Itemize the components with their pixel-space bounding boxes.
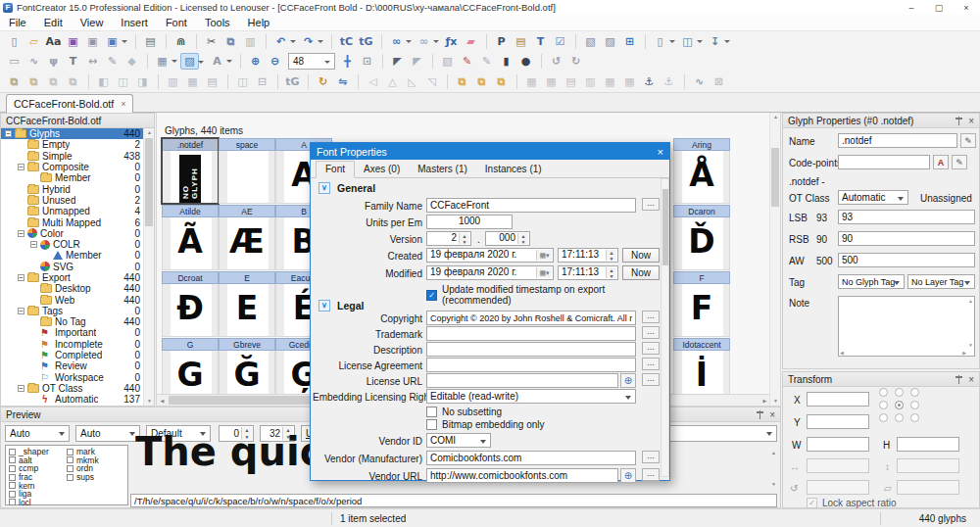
fill-mode-icon[interactable]: A xyxy=(208,53,226,70)
license-url-input[interactable] xyxy=(426,373,618,388)
legal-row-input[interactable] xyxy=(426,342,636,357)
anchor-mid-right[interactable] xyxy=(910,401,919,409)
copy-c-icon[interactable]: tC xyxy=(337,33,356,50)
Dcroat[interactable]: Dcroat Đ xyxy=(162,271,219,337)
select-rect-icon[interactable]: ▭ xyxy=(5,53,24,70)
pin-icon[interactable] xyxy=(956,375,962,384)
anchor-top-center[interactable] xyxy=(895,388,904,397)
copy-g-icon[interactable]: tG xyxy=(357,33,375,50)
fx-icon[interactable]: ƒx xyxy=(442,33,461,50)
version-major-spinner[interactable]: 2▲▼ xyxy=(426,231,471,246)
feature-checkbox[interactable] xyxy=(9,474,16,481)
tree-item-color[interactable]: − Color 0 xyxy=(1,228,143,239)
tree-item-important[interactable]: Important 0 xyxy=(1,327,143,338)
dialog-close-icon[interactable]: × xyxy=(658,146,663,158)
tree-item-desktop[interactable]: Desktop 440 xyxy=(1,283,143,294)
tree-item-unused[interactable]: Unused 2 xyxy=(1,195,143,206)
intersect-icon[interactable]: ⧉ xyxy=(472,73,491,90)
tree-item-no-tag[interactable]: No Tag 440 xyxy=(1,316,143,327)
save-copy-icon[interactable]: ▣ xyxy=(83,33,102,50)
vendor-input[interactable] xyxy=(426,451,636,465)
no-subsetting-checkbox[interactable]: No subsetting xyxy=(426,407,502,417)
legal-more-button[interactable]: ... xyxy=(642,311,660,323)
tree-item-review[interactable]: Review 0 xyxy=(1,360,143,371)
menu-item[interactable]: Insert xyxy=(112,15,157,30)
save-all-icon[interactable]: ▣ xyxy=(103,33,122,50)
grid-b-icon[interactable]: ▦ xyxy=(542,73,561,90)
family-name-input[interactable] xyxy=(426,198,636,213)
image-mode-icon[interactable]: ▦ xyxy=(153,53,172,70)
vendor-id-dropdown[interactable]: COMI xyxy=(426,433,491,448)
ellipse-tool-icon[interactable]: ● xyxy=(516,53,535,70)
vendor-url-input[interactable] xyxy=(426,468,618,483)
glyph-sequence-input[interactable] xyxy=(130,494,777,507)
measure-icon[interactable]: ↔ xyxy=(83,53,102,70)
tree-item-tags[interactable]: − Tags 0 xyxy=(1,306,143,316)
feature-checkbox[interactable] xyxy=(9,491,16,498)
menu-item[interactable]: View xyxy=(72,15,113,30)
tree-item-empty[interactable]: Empty 2 xyxy=(1,139,143,150)
tab-close-icon[interactable]: × xyxy=(121,99,125,109)
transform-rotate-input[interactable] xyxy=(807,480,869,495)
rect-tool-icon[interactable]: ▮ xyxy=(497,53,515,70)
feature-checkbox[interactable] xyxy=(9,456,16,463)
anchor-top-left[interactable] xyxy=(879,388,888,397)
select-curve-icon[interactable]: ∿ xyxy=(24,53,43,70)
feature-checkbox[interactable] xyxy=(9,499,16,505)
anchor-center[interactable] xyxy=(895,401,904,409)
save-font-icon[interactable]: ▣ xyxy=(64,33,82,50)
expand-icon[interactable]: − xyxy=(18,308,24,314)
tree-item-workspace[interactable]: Workspace 0 xyxy=(1,372,143,383)
rsb-input[interactable] xyxy=(838,231,975,246)
pan-icon[interactable]: ψ xyxy=(44,53,63,70)
fill-icon[interactable]: ◆ xyxy=(122,53,141,70)
flip-icon[interactable]: ⇋ xyxy=(333,73,352,90)
AE[interactable]: AE Æ xyxy=(219,205,275,270)
contour-mode-icon[interactable]: ▨ xyxy=(180,53,199,70)
created-now-button[interactable]: Now xyxy=(622,248,660,263)
anchor-bottom-center[interactable] xyxy=(895,413,904,422)
license-url-more-button[interactable]: ... xyxy=(642,373,660,386)
pencil-icon[interactable]: ✎ xyxy=(103,53,122,70)
tree-item-composite-member[interactable]: Member 0 xyxy=(1,172,143,183)
tree-item-incomplete[interactable]: Incomplete 0 xyxy=(1,339,143,350)
.notdef[interactable]: .notdef NO GLYPH xyxy=(162,138,219,204)
image-icon[interactable]: ▧ xyxy=(438,53,457,70)
export-icon[interactable]: ↧ xyxy=(706,33,724,50)
expand-icon[interactable]: − xyxy=(18,164,24,170)
globe-icon[interactable]: ⊕ xyxy=(620,373,636,388)
tree-item-svg[interactable]: SVG 0 xyxy=(1,262,143,272)
transform-x-input[interactable] xyxy=(807,392,869,407)
find-glyph-icon[interactable]: ▧ xyxy=(581,33,600,50)
center-v-icon[interactable]: ⊟ xyxy=(253,73,271,90)
transform-w-input[interactable] xyxy=(807,437,869,452)
anchor-bottom-left[interactable] xyxy=(879,413,888,422)
maximize-button[interactable]: ▢ xyxy=(925,0,953,15)
align-left-icon[interactable]: ◧ xyxy=(94,73,113,90)
copy-comp-icon[interactable]: ⧉ xyxy=(44,73,63,90)
grid-cols-icon[interactable]: ▥ xyxy=(581,73,600,90)
anchor-mid-left[interactable] xyxy=(879,401,888,409)
ot-class-dropdown[interactable]: Automatic xyxy=(838,190,908,205)
eraser-icon[interactable]: ▰ xyxy=(462,33,480,50)
grid-lock-icon[interactable]: ▦ xyxy=(601,73,619,90)
anchor-bottom-right[interactable] xyxy=(910,413,919,422)
open-font-icon[interactable]: ▱ xyxy=(24,33,43,50)
unlink-icon[interactable]: ∞ xyxy=(415,33,433,50)
Atilde[interactable]: Atilde Ã xyxy=(162,205,219,270)
preview-scroll-up-icon[interactable]: ▲ xyxy=(768,449,779,457)
glyph-info-icon[interactable]: ▨ xyxy=(601,33,619,50)
transform-w2-input[interactable] xyxy=(807,458,869,473)
space[interactable]: space xyxy=(219,138,275,204)
next-glyph-icon[interactable]: ↻ xyxy=(566,53,585,70)
tree-item-export[interactable]: − Export 440 xyxy=(1,272,143,283)
print-icon[interactable]: ▤ xyxy=(141,33,160,50)
skew-v-icon[interactable]: ◹ xyxy=(422,73,441,90)
collapse-icon[interactable] xyxy=(318,182,330,194)
tree-item-composite[interactable]: − Composite 0 xyxy=(1,162,143,172)
dialog-tab[interactable]: Masters (1) xyxy=(409,162,476,177)
feature-checkbox[interactable] xyxy=(9,465,16,472)
tree-item-automatic[interactable]: Automatic 137 xyxy=(1,394,143,405)
created-date-picker[interactable]: 19 февраля 2020 г.▦▾ xyxy=(426,248,554,263)
feature-locl[interactable]: locl xyxy=(9,499,49,507)
